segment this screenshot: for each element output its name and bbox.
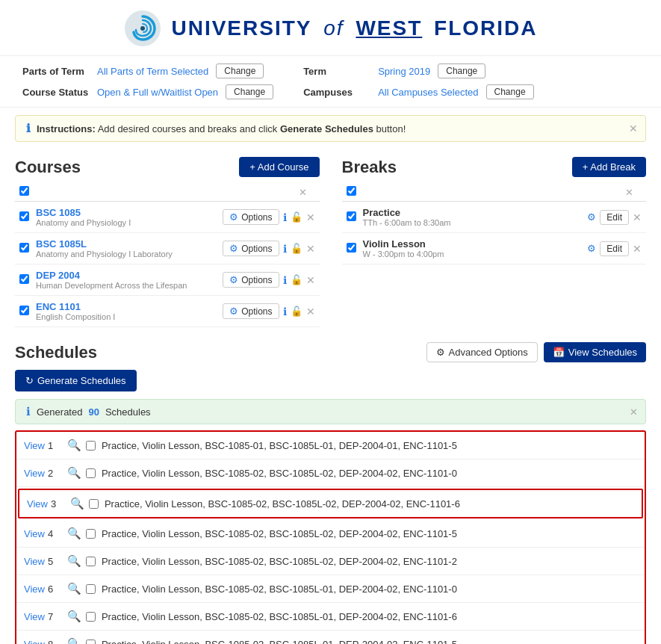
breaks-column: Breaks + Add Break ✕ Practice TTh - 6:00…	[335, 157, 647, 327]
course-3-remove-icon[interactable]: ✕	[306, 274, 315, 286]
schedule-4-checkbox[interactable]	[86, 529, 96, 539]
course-1-info: BSC 1085 Anatomy and Physiology I	[36, 207, 223, 227]
course-2-options-button[interactable]: ⚙ Options	[223, 241, 279, 256]
schedule-3-view-link[interactable]: View	[27, 498, 48, 510]
gear-icon: ⚙	[229, 274, 238, 285]
course-4-checkbox[interactable]	[19, 306, 29, 315]
gear-icon: ⚙	[229, 243, 238, 254]
course-4-name: ENC 1101	[36, 301, 223, 312]
course-1-remove-icon[interactable]: ✕	[306, 211, 315, 223]
schedule-3-checkbox[interactable]	[89, 499, 99, 509]
schedule-2-number: 2	[48, 468, 61, 479]
schedule-1-zoom-icon[interactable]: 🔍	[67, 439, 81, 452]
course-4-lock-icon[interactable]: 🔓	[291, 306, 302, 317]
schedule-2-zoom-icon[interactable]: 🔍	[67, 466, 81, 480]
schedule-7-zoom-icon[interactable]: 🔍	[67, 610, 81, 623]
advanced-options-button[interactable]: ⚙ Advanced Options	[426, 342, 538, 362]
schedule-1-checkbox[interactable]	[86, 441, 96, 451]
schedule-2-courses: Practice, Violin Lesson, BSC-1085-02, BS…	[102, 468, 457, 479]
remove-all-courses-icon[interactable]: ✕	[299, 187, 315, 198]
schedule-4-courses: Practice, Violin Lesson, BSC-1085-02, BS…	[102, 528, 457, 539]
course-3-info-icon[interactable]: ℹ	[283, 274, 287, 286]
breaks-list-header: ✕	[342, 183, 647, 202]
select-all-breaks-checkbox[interactable]	[347, 186, 356, 196]
generated-suffix: Schedules	[105, 406, 151, 418]
course-2-checkbox[interactable]	[19, 243, 29, 253]
course-3-info: DEP 2004 Human Development Across the Li…	[36, 270, 223, 290]
course-4-info-icon[interactable]: ℹ	[283, 306, 287, 318]
break-2-edit-button[interactable]: Edit	[600, 241, 629, 256]
schedule-7-view-link[interactable]: View	[24, 611, 45, 622]
course-1-info-icon[interactable]: ℹ	[283, 211, 287, 223]
break-item: Violin Lesson W - 3:00pm to 4:00pm ⚙ Edi…	[342, 233, 647, 264]
courses-section-header: Courses + Add Course	[15, 157, 320, 177]
course-1-options-button[interactable]: ⚙ Options	[223, 209, 279, 225]
schedule-2-checkbox[interactable]	[86, 468, 96, 478]
break-1-checkbox[interactable]	[347, 211, 356, 221]
schedule-6-courses: Practice, Violin Lesson, BSC-1085-02, BS…	[102, 583, 457, 595]
instruction-close-icon[interactable]: ✕	[629, 123, 638, 134]
term-change-button[interactable]: Change	[438, 64, 485, 78]
course-item: BSC 1085L Anatomy and Physiology I Labor…	[15, 233, 320, 264]
course-1-checkbox[interactable]	[19, 211, 29, 221]
parts-of-term-change-button[interactable]: Change	[216, 64, 264, 78]
select-all-courses-checkbox[interactable]	[19, 186, 29, 196]
break-1-actions: ⚙ Edit ✕	[587, 210, 642, 225]
schedule-row: View 4 🔍 Practice, Violin Lesson, BSC-10…	[16, 520, 645, 548]
schedule-8-view-link[interactable]: View	[24, 639, 45, 645]
schedule-5-checkbox[interactable]	[86, 557, 96, 566]
uni-word2: WEST	[356, 16, 422, 40]
schedule-4-zoom-icon[interactable]: 🔍	[67, 527, 81, 540]
break-2-time: W - 3:00pm to 4:00pm	[363, 250, 588, 258]
course-2-remove-icon[interactable]: ✕	[306, 243, 315, 255]
course-2-info-icon[interactable]: ℹ	[283, 243, 287, 255]
break-item: Practice TTh - 6:00am to 8:30am ⚙ Edit ✕	[342, 202, 647, 233]
schedule-4-view-link[interactable]: View	[24, 528, 45, 539]
course-3-lock-icon[interactable]: 🔓	[291, 274, 302, 285]
course-1-lock-icon[interactable]: 🔓	[291, 211, 302, 223]
course-4-remove-icon[interactable]: ✕	[306, 306, 315, 318]
university-logo	[123, 9, 162, 48]
calendar-icon: 📅	[553, 347, 565, 358]
add-course-button[interactable]: + Add Course	[239, 157, 319, 177]
schedule-6-checkbox[interactable]	[86, 584, 96, 594]
view-schedules-button[interactable]: 📅 View Schedules	[544, 342, 646, 362]
courses-title: Courses	[15, 158, 81, 177]
generate-schedules-button[interactable]: ↻ Generate Schedules	[15, 370, 137, 391]
break-2-name: Violin Lesson	[363, 238, 588, 250]
schedule-3-zoom-icon[interactable]: 🔍	[70, 497, 84, 510]
campuses-label: Campuses	[303, 87, 370, 98]
schedule-5-view-link[interactable]: View	[24, 556, 45, 567]
course-2-lock-icon[interactable]: 🔓	[291, 243, 302, 254]
course-3-options-button[interactable]: ⚙ Options	[223, 272, 279, 288]
schedule-5-zoom-icon[interactable]: 🔍	[67, 554, 81, 568]
course-4-options-button[interactable]: ⚙ Options	[223, 303, 279, 319]
break-1-remove-icon[interactable]: ✕	[633, 211, 642, 223]
break-2-remove-icon[interactable]: ✕	[633, 243, 642, 255]
campuses-change-button[interactable]: Change	[486, 84, 534, 99]
break-2-checkbox[interactable]	[347, 243, 356, 253]
add-break-button[interactable]: + Add Break	[572, 157, 646, 177]
main-content: Courses + Add Course ✕ BSC 1085 Anatomy …	[0, 149, 661, 335]
generated-bar-close-icon[interactable]: ✕	[630, 406, 638, 418]
break-1-name: Practice	[363, 207, 588, 218]
schedule-6-view-link[interactable]: View	[24, 583, 45, 595]
schedules-title: Schedules	[15, 343, 97, 362]
remove-all-breaks-icon[interactable]: ✕	[625, 187, 642, 198]
breaks-section-header: Breaks + Add Break	[342, 157, 647, 177]
schedule-8-checkbox[interactable]	[86, 640, 96, 645]
schedule-6-zoom-icon[interactable]: 🔍	[67, 582, 81, 595]
schedule-list: View 1 🔍 Practice, Violin Lesson, BSC-10…	[15, 430, 646, 644]
schedule-2-view-link[interactable]: View	[24, 468, 45, 479]
schedule-8-zoom-icon[interactable]: 🔍	[67, 637, 81, 644]
filter-bar: Parts of Term All Parts of Term Selected…	[0, 56, 661, 108]
course-4-actions: ⚙ Options ℹ 🔓 ✕	[223, 303, 314, 319]
course-status-change-button[interactable]: Change	[226, 84, 273, 99]
course-3-actions: ⚙ Options ℹ 🔓 ✕	[223, 272, 314, 288]
schedule-1-view-link[interactable]: View	[24, 440, 45, 451]
schedule-row: View 1 🔍 Practice, Violin Lesson, BSC-10…	[16, 432, 645, 459]
schedule-7-checkbox[interactable]	[86, 612, 96, 622]
break-2-actions: ⚙ Edit ✕	[587, 241, 642, 256]
course-3-checkbox[interactable]	[19, 274, 29, 284]
break-1-edit-button[interactable]: Edit	[600, 210, 629, 225]
